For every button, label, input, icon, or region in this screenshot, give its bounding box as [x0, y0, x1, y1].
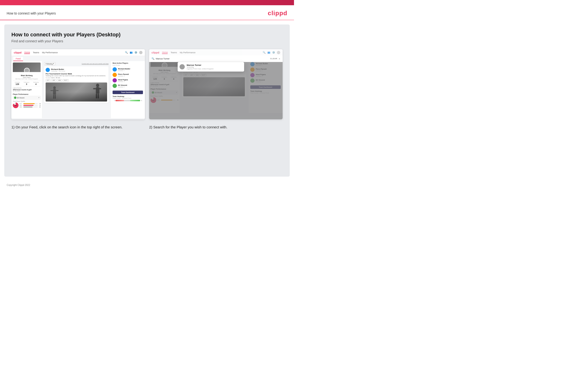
player-name-rb: Richard Butler	[118, 68, 130, 70]
player-select-name-1: Eli Vincent	[17, 97, 38, 99]
nav-right-2: 🔍 👥 ⚙️	[263, 51, 280, 54]
desc-text-2: 2) Search for the Player you wish to con…	[149, 125, 283, 130]
followers-value: 3	[24, 83, 29, 85]
following-row-1: Following ▾ Control who can see your act…	[44, 62, 108, 65]
bar-label-ott: OTT	[19, 103, 23, 104]
desc-item-1: 1) On your Feed, click on the search ico…	[11, 125, 145, 130]
people-icon[interactable]: 👥	[130, 51, 132, 54]
activity-image-1	[46, 83, 107, 101]
golfer-svg-1	[90, 84, 105, 101]
latest-activity-date-1: 27 Jul 2022	[13, 91, 41, 92]
heatmap-fill-red-1	[115, 100, 124, 101]
player-select-avatar-1	[14, 97, 16, 99]
desc-row: 1) On your Feed, click on the search ico…	[11, 125, 283, 130]
footer: Copyright Clippd 2022	[0, 181, 294, 189]
player-avatar-rb	[113, 67, 117, 72]
app-body-1: Blair McHarg Golf Coach Mill Ride Golf C…	[11, 61, 145, 118]
profile-stats-1: Activities 129 Followers 3 Following 4	[13, 81, 41, 86]
user-avatar-sm-2[interactable]	[277, 51, 280, 54]
player-avatar-pp	[113, 73, 117, 77]
bar-value-ott: 79	[38, 103, 41, 104]
most-active-title-1: Most Active Players	[113, 62, 143, 64]
search-result-name-1: Marcus Turner	[187, 64, 214, 66]
activity-user-name-1: Richard Butler	[51, 68, 65, 70]
activities-value: 129	[15, 83, 20, 85]
team-heatmap-title-1: Team Heatmap	[113, 96, 143, 97]
search-dropdown-2: Marcus Turner Yesterday Cypress Point Cl…	[178, 62, 244, 72]
search-input-display[interactable]: Marcus Turner	[156, 57, 269, 60]
top-bar	[0, 0, 294, 5]
following-value: 4	[33, 83, 39, 85]
logo: clippd	[268, 9, 287, 17]
player-list-item-4: Eli Vincent Activities: 1	[113, 84, 143, 88]
heatmap-fill-green-1	[130, 100, 140, 101]
bar-fill-ott	[23, 103, 35, 104]
svg-rect-3	[98, 88, 101, 89]
search-result-avatar-1	[180, 64, 185, 69]
total-quality-row-1: 84 OTT 79	[13, 102, 41, 108]
profile-avatar-1	[24, 68, 30, 72]
people-icon-2[interactable]: 👥	[267, 51, 270, 54]
profile-name-1: Blair McHarg	[13, 74, 41, 77]
main-content: How to connect with your Players (Deskto…	[4, 25, 290, 177]
player-list-item-2: Piers Parnell Activities: 4	[113, 73, 143, 77]
most-active-sub-1: Last 30 days	[113, 64, 143, 66]
svg-rect-11	[55, 94, 56, 99]
nav-my-performance-2[interactable]: My Performance	[180, 51, 195, 54]
duration-value-1: 02 hr : 00 min	[51, 77, 60, 78]
player-list-item-1: Richard Butler Activities: 7	[113, 67, 143, 72]
team-dashboard-btn-1[interactable]: Team Dashboard	[113, 91, 143, 94]
svg-rect-10	[53, 94, 54, 99]
settings-icon[interactable]: ⚙️	[134, 51, 137, 54]
activity-card-1: Richard Butler Yesterday · The Grove Pre…	[44, 66, 108, 103]
nav-teams[interactable]: Teams	[33, 51, 39, 54]
tag-putt: PUTT	[63, 79, 69, 82]
search-result-sub2-1: Cypress Point Club, United Kingdom	[187, 68, 214, 70]
chevron-down-icon-1: ▾	[38, 97, 39, 99]
bar-app-1: APP 70	[19, 105, 41, 106]
nav-home-2[interactable]: Home	[162, 51, 168, 54]
search-icon[interactable]: 🔍	[125, 51, 128, 54]
screenshot-panel-2: clippd Home Teams My Performance 🔍 👥 ⚙️	[149, 49, 283, 119]
tag-app: APP	[51, 79, 56, 82]
main-subheading: Find and connect with your Players	[11, 39, 283, 43]
main-heading: How to connect with your Players (Deskto…	[11, 32, 283, 38]
player-sub-rb: Activities: 7	[118, 70, 130, 71]
heatmap-pos-1: +5	[140, 100, 143, 101]
player-avatar-ev	[113, 84, 117, 88]
clear-button-2[interactable]: CLEAR	[270, 57, 277, 60]
profile-club-1: Mill Ride Golf Club, United Kingdom	[13, 78, 41, 80]
svg-rect-9	[56, 90, 59, 91]
close-icon-2[interactable]: ×	[279, 57, 280, 60]
search-icon-2[interactable]: 🔍	[263, 51, 265, 54]
duration-label-1: Duration	[46, 77, 51, 78]
bar-fill-arg	[23, 107, 33, 107]
user-avatar-sm[interactable]	[139, 51, 142, 54]
nav-teams-2[interactable]: Teams	[170, 51, 177, 54]
svg-point-6	[53, 86, 56, 89]
bar-fill-app	[23, 105, 34, 106]
activity-avatar-1	[46, 68, 50, 72]
mock-app-2: clippd Home Teams My Performance 🔍 👥 ⚙️	[149, 49, 283, 119]
heatmap-bar-row-1: -5 +5	[113, 100, 143, 101]
search-result-sub1-1: Yesterday	[187, 66, 214, 68]
bar-track-arg	[23, 107, 38, 107]
quality-circle-1: 84	[13, 102, 18, 108]
nav-right-1: 🔍 👥 ⚙️	[125, 51, 142, 54]
nav-home[interactable]: Home	[24, 51, 30, 54]
header-divider	[0, 20, 294, 20]
bar-label-arg: ARG	[19, 106, 23, 108]
app-center-1: Following ▾ Control who can see your act…	[42, 61, 110, 118]
feed-tab-1[interactable]: Feed	[13, 57, 23, 61]
player-name-ev: Eli Vincent	[118, 84, 127, 86]
control-link-1[interactable]: Control who can see your activity and da…	[82, 63, 108, 64]
activity-title-1: Pre Tournament Course Walk	[46, 73, 107, 75]
following-dropdown-1[interactable]: Following ▾	[44, 62, 56, 65]
svg-rect-7	[53, 89, 56, 95]
search-result-item-1[interactable]: Marcus Turner Yesterday Cypress Point Cl…	[180, 64, 242, 70]
copyright: Copyright Clippd 2022	[7, 184, 30, 186]
profile-banner-1	[13, 63, 41, 72]
settings-icon-2[interactable]: ⚙️	[272, 51, 275, 54]
nav-my-performance[interactable]: My Performance	[42, 51, 58, 54]
player-select-1[interactable]: Eli Vincent ▾	[13, 96, 41, 100]
